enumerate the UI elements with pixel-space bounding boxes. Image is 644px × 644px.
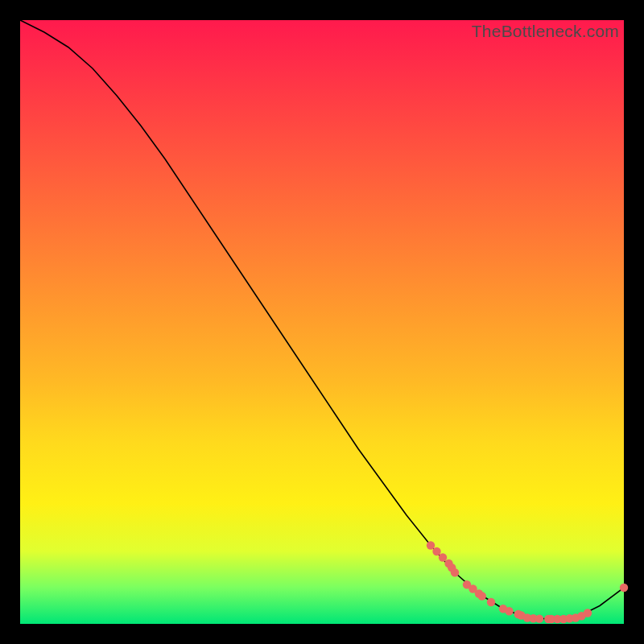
data-point bbox=[487, 598, 495, 606]
data-point bbox=[478, 592, 486, 600]
data-point bbox=[584, 609, 592, 617]
data-markers bbox=[427, 541, 628, 623]
data-point bbox=[432, 547, 440, 555]
data-point bbox=[439, 553, 447, 561]
data-point bbox=[620, 584, 628, 592]
data-point bbox=[505, 607, 513, 615]
data-point bbox=[535, 614, 543, 622]
data-point bbox=[427, 541, 435, 549]
curve-line bbox=[20, 20, 624, 619]
chart-overlay bbox=[20, 20, 624, 624]
chart-frame: TheBottleneck.com bbox=[20, 20, 624, 624]
data-point bbox=[451, 568, 459, 576]
